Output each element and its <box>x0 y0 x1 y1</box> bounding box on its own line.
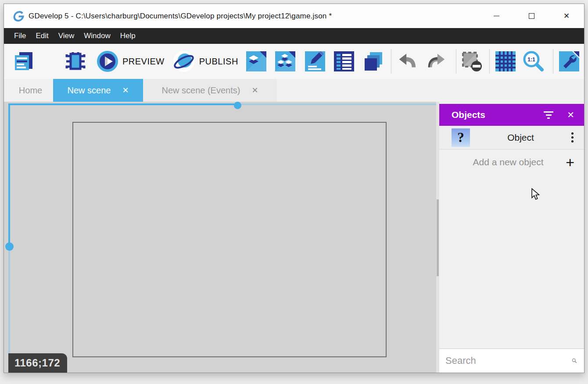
add-object-row[interactable]: Add a new object + <box>439 149 584 174</box>
grid-icon <box>495 51 516 71</box>
close-icon: ✕ <box>563 11 570 21</box>
editor-tab-bar: Home New scene ✕ New scene (Events) ✕ <box>4 79 584 102</box>
add-object-label: Add a new object <box>439 157 566 167</box>
tab-new-scene-events-label: New scene (Events) <box>161 85 240 96</box>
gdevelop-logo-icon <box>13 11 24 22</box>
undo-button[interactable] <box>397 51 417 71</box>
object-groups-button[interactable] <box>275 51 295 71</box>
toolbar: PREVIEW PUBLISH <box>4 44 584 79</box>
menu-view[interactable]: View <box>54 28 79 44</box>
object-groups-icon <box>275 51 295 71</box>
tab-new-scene-events[interactable]: New scene (Events) ✕ <box>143 79 277 102</box>
deselect-button[interactable] <box>461 50 483 72</box>
object-list-item[interactable]: ? Object <box>439 126 584 149</box>
menu-help[interactable]: Help <box>115 28 140 44</box>
objects-panel: Objects ✕ ? Object Add a new object + <box>439 102 584 373</box>
window-controls: ✕ <box>479 4 584 28</box>
svg-text:1:1: 1:1 <box>527 57 535 63</box>
minimize-button[interactable] <box>479 4 514 28</box>
toolbar-separator <box>391 49 391 74</box>
selection-handle-left[interactable] <box>5 242 14 251</box>
menu-file[interactable]: File <box>9 28 31 44</box>
deselect-icon <box>461 50 483 72</box>
preview-label: PREVIEW <box>122 57 165 67</box>
minimize-icon <box>494 16 499 17</box>
window-title: GDevelop 5 - C:\Users\charburg\Documents… <box>29 12 332 21</box>
gdevelop-window: GDevelop 5 - C:\Users\charburg\Documents… <box>4 4 584 373</box>
selection-edge-left <box>8 103 10 246</box>
selection-edge-top <box>8 103 238 105</box>
search-icon[interactable] <box>572 354 577 367</box>
content-area: 1166;172 Objects ✕ ? Object Add a new ob… <box>4 102 584 373</box>
title-bar: GDevelop 5 - C:\Users\charburg\Documents… <box>4 4 584 28</box>
selection-handle-top[interactable] <box>234 102 241 109</box>
menu-edit[interactable]: Edit <box>31 28 53 44</box>
tab-home[interactable]: Home <box>8 79 53 102</box>
objects-panel-empty-area <box>439 174 584 348</box>
canvas-scrollbar-thumb[interactable] <box>437 199 439 276</box>
toolbar-separator <box>489 49 490 74</box>
wrench-icon <box>559 51 579 71</box>
maximize-button[interactable] <box>514 4 549 28</box>
tab-new-scene-label: New scene <box>67 85 111 96</box>
layers-icon <box>363 51 383 71</box>
grid-button[interactable] <box>495 51 516 71</box>
object-search-row <box>439 348 584 373</box>
object-menu-kebab-icon[interactable] <box>571 132 574 142</box>
maximize-icon <box>529 13 534 19</box>
canvas-scrollbar[interactable] <box>436 102 439 373</box>
objects-panel-header: Objects ✕ <box>439 104 584 126</box>
scene-editor-canvas[interactable]: 1166;172 <box>4 102 436 373</box>
tab-home-label: Home <box>19 85 42 96</box>
selection-edge-top-light <box>238 103 436 105</box>
scene-window-border <box>72 122 387 357</box>
project-manager-button[interactable] <box>13 51 34 72</box>
properties-button[interactable] <box>305 51 325 71</box>
layers-button[interactable] <box>363 51 383 71</box>
cursor-coordinates-badge: 1166;172 <box>8 353 67 373</box>
project-manager-icon <box>13 51 34 72</box>
preview-button[interactable]: PREVIEW <box>97 50 165 72</box>
objects-panel-title: Objects <box>452 110 543 120</box>
properties-pencil-icon <box>305 51 325 71</box>
tab-new-scene[interactable]: New scene ✕ <box>53 79 143 102</box>
preview-play-icon <box>97 50 118 72</box>
toolbar-separator <box>553 49 553 74</box>
object-search-input[interactable] <box>439 355 572 366</box>
menu-window[interactable]: Window <box>79 28 115 44</box>
redo-button[interactable] <box>427 51 447 71</box>
publish-label: PUBLISH <box>199 57 238 67</box>
publish-globe-icon <box>172 50 195 73</box>
zoom-one-to-one-icon: 1:1 <box>522 50 545 73</box>
zoom-reset-button[interactable]: 1:1 <box>522 50 545 73</box>
add-object-plus-icon[interactable]: + <box>566 155 574 170</box>
filter-icon[interactable] <box>543 111 554 119</box>
objects-panel-close-icon[interactable]: ✕ <box>567 110 574 120</box>
undo-icon <box>397 51 417 71</box>
instances-list-icon <box>334 51 354 71</box>
tab-close-icon[interactable]: ✕ <box>251 85 258 95</box>
object-name: Object <box>470 132 571 143</box>
close-button[interactable]: ✕ <box>549 4 584 28</box>
redo-icon <box>427 51 447 71</box>
debugger-button[interactable] <box>65 51 86 72</box>
menu-bar: File Edit View Window Help <box>4 28 584 44</box>
instances-list-button[interactable] <box>334 51 354 71</box>
object-thumbnail-icon: ? <box>452 128 470 147</box>
objects-editor-button[interactable] <box>246 51 266 71</box>
scene-properties-button[interactable] <box>559 51 579 71</box>
debugger-icon <box>65 51 86 72</box>
objects-editor-icon <box>246 51 266 71</box>
publish-button[interactable]: PUBLISH <box>172 50 238 73</box>
tab-close-icon[interactable]: ✕ <box>122 85 129 95</box>
toolbar-separator <box>456 49 456 74</box>
